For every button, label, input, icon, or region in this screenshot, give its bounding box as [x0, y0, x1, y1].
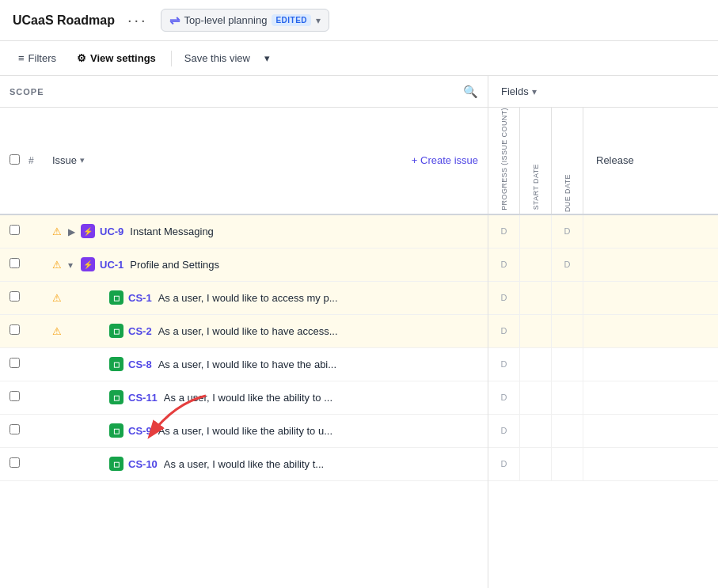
type-badge: ⚡ [81, 224, 95, 238]
due-date-cell [552, 381, 583, 414]
num-col-label: # [28, 155, 34, 166]
right-data: D D D D D D D [488, 215, 718, 588]
release-cell [583, 315, 718, 347]
issue-id[interactable]: CS-11 [128, 392, 158, 404]
type-badge: ◻ [109, 324, 123, 338]
more-button[interactable]: ··· [124, 9, 151, 31]
progress-d: D [501, 359, 507, 369]
progress-cell: D [488, 415, 520, 447]
due-date-cell [552, 415, 583, 447]
issue-col-chevron-icon: ▾ [80, 155, 85, 165]
right-table-row: D [488, 348, 718, 381]
due-date-cell [552, 348, 583, 381]
issue-id[interactable]: UC-1 [100, 259, 123, 271]
issue-title: As a user, I would like the ability to u… [158, 425, 478, 437]
expand-icon[interactable]: ▶ [68, 226, 81, 237]
type-badge: ◻ [109, 290, 123, 305]
warning-icon: ⚠ [52, 226, 68, 237]
row-checkbox[interactable] [9, 225, 28, 237]
progress-cell: D [488, 381, 520, 414]
progress-d: D [501, 393, 507, 402]
issue-title: As a user, I would like to have the abi.… [158, 358, 478, 370]
due-date-cell [552, 448, 583, 480]
row-checkbox[interactable] [9, 358, 28, 370]
start-date-cell [520, 282, 552, 314]
scope-label: SCOPE [9, 87, 44, 97]
warning-icon: ⚠ [52, 259, 68, 271]
header-issue-col[interactable]: Issue ▾ [52, 154, 412, 166]
filter-icon: ≡ [18, 52, 25, 64]
create-issue-btn[interactable]: + Create issue [412, 154, 478, 166]
app-header: UCaaS Roadmap ··· ⇌ Top-level planning E… [0, 0, 718, 41]
due-date-cell [552, 315, 583, 347]
due-date-d: D [564, 260, 571, 269]
table-row: ⚠ ▶ ⚡ UC-9 Instant Messaging [0, 215, 488, 248]
issue-col-label: Issue [52, 154, 77, 166]
start-date-cell [520, 315, 552, 347]
issue-title: As a user, I would like the ability t... [164, 458, 478, 470]
release-cell [583, 415, 718, 447]
progress-d: D [501, 426, 507, 435]
filters-button[interactable]: ≡ Filters [9, 47, 65, 69]
right-table-row: D [488, 282, 718, 315]
row-checkbox[interactable] [9, 424, 28, 437]
start-date-cell [520, 215, 552, 248]
due-date-cell: D [552, 248, 583, 281]
issue-id[interactable]: CS-8 [128, 358, 152, 370]
warning-icon: ⚠ [52, 325, 68, 337]
progress-cell: D [488, 282, 520, 314]
save-view-button[interactable]: Save this view [178, 48, 256, 68]
progress-d: D [501, 326, 507, 336]
top-header-row: SCOPE 🔍 Fields ▾ [0, 76, 718, 108]
planning-badge[interactable]: ⇌ Top-level planning EDITED ▾ [161, 9, 329, 32]
table-row: ◻ CS-11 As a user, I would like the abil… [0, 381, 488, 415]
type-badge: ◻ [109, 357, 123, 371]
right-table-row: D [488, 381, 718, 415]
row-checkbox[interactable] [9, 457, 28, 470]
view-settings-button[interactable]: ⚙ View settings [68, 47, 165, 69]
right-table-row: D D [488, 215, 718, 248]
right-table-row: D D [488, 248, 718, 282]
issue-title: As a user, I would like to have access..… [158, 325, 478, 337]
row-checkbox[interactable] [9, 324, 28, 337]
table-row: ⚠ ▾ ⚡ UC-1 Profile and Settings [0, 248, 488, 282]
release-cell [583, 348, 718, 381]
fields-section: Fields ▾ [488, 76, 718, 107]
row-checkbox[interactable] [9, 291, 28, 304]
table-row: ◻ CS-9 As a user, I would like the abili… [0, 415, 488, 448]
planning-label: Top-level planning [184, 14, 268, 26]
issue-id[interactable]: UC-9 [100, 226, 123, 237]
issue-id[interactable]: CS-2 [128, 325, 152, 337]
app-title: UCaaS Roadmap [13, 13, 115, 28]
data-area: ⚠ ▶ ⚡ UC-9 Instant Messaging ⚠ ▾ ⚡ UC-1 … [0, 215, 718, 588]
expand-icon[interactable]: ▾ [68, 259, 81, 271]
right-table-row: D [488, 448, 718, 481]
type-badge: ◻ [109, 423, 123, 438]
settings-icon: ⚙ [77, 52, 86, 64]
release-cell [583, 381, 718, 414]
due-date-cell [552, 282, 583, 314]
table-row: ⚠ ◻ CS-2 As a user, I would like to have… [0, 315, 488, 348]
issue-id[interactable]: CS-10 [128, 458, 158, 470]
issue-id[interactable]: CS-1 [128, 292, 152, 304]
row-checkbox[interactable] [9, 258, 28, 271]
start-date-cell [520, 448, 552, 480]
issue-title: As a user, I would like the ability to .… [164, 392, 478, 404]
start-date-cell [520, 348, 552, 381]
col-headers-row: # Issue ▾ + Create issue PROGRESS (ISSUE… [0, 108, 718, 215]
save-view-chevron[interactable]: ▾ [260, 48, 275, 68]
progress-cell: D [488, 448, 520, 480]
header-num-col: # [28, 154, 52, 166]
left-data: ⚠ ▶ ⚡ UC-9 Instant Messaging ⚠ ▾ ⚡ UC-1 … [0, 215, 488, 588]
search-icon-button[interactable]: 🔍 [463, 85, 478, 99]
toolbar-divider [171, 51, 172, 66]
type-badge: ⚡ [81, 257, 95, 271]
view-settings-label: View settings [90, 52, 156, 64]
row-checkbox[interactable] [9, 391, 28, 404]
release-cell [583, 248, 718, 281]
progress-d: D [501, 459, 507, 469]
select-all-checkbox[interactable] [9, 154, 20, 165]
issue-id[interactable]: CS-9 [128, 425, 152, 437]
progress-d: D [501, 293, 507, 302]
fields-label: Fields [501, 85, 529, 97]
